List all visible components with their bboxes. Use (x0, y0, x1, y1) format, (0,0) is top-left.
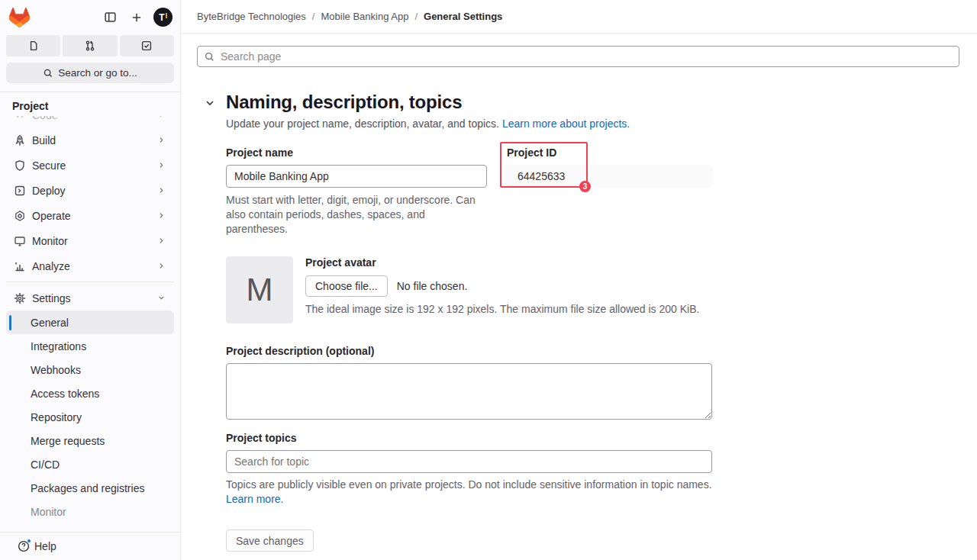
question-circle-icon (17, 539, 31, 553)
issues-button[interactable] (6, 35, 60, 56)
sidebar-item-build[interactable]: Build (6, 127, 174, 153)
project-topics-field: Project topics Topics are publicly visib… (226, 432, 959, 507)
sidebar-item-label: Build (32, 134, 56, 146)
sidebar-toggle-icon (104, 11, 117, 24)
sidebar-subitem-label: Merge requests (31, 435, 105, 447)
sidebar-item-operate[interactable]: Operate (6, 203, 174, 228)
sidebar: T Search or go to... Projec (0, 0, 181, 560)
merge-requests-button[interactable] (63, 35, 117, 56)
page-search-input[interactable] (197, 46, 959, 67)
project-id-field: Project ID 64425633 3 (504, 146, 713, 237)
breadcrumb-separator: / (312, 11, 315, 22)
sidebar-subitem-monitor[interactable]: Monitor (6, 500, 174, 523)
choose-file-button[interactable]: Choose file... (305, 275, 388, 297)
chevron-right-icon (156, 236, 166, 246)
create-new-button[interactable] (127, 8, 147, 27)
learn-more-topics-link[interactable]: Learn more. (226, 493, 283, 505)
chevron-right-icon (156, 185, 166, 195)
issues-icon (27, 40, 40, 52)
todos-button[interactable] (120, 35, 174, 56)
name-id-row: Project name Must start with letter, dig… (226, 146, 959, 237)
section-subtitle: Update your project name, description, a… (226, 117, 959, 131)
help-button[interactable]: Help (0, 532, 180, 560)
user-avatar[interactable]: T (153, 8, 173, 27)
gear-icon (14, 292, 26, 304)
project-id-value: 64425633 (504, 165, 713, 188)
project-description-field: Project description (optional) (226, 345, 959, 420)
collapse-section-button[interactable] (204, 97, 216, 109)
sidebar-item-settings[interactable]: Settings (6, 285, 174, 311)
avatar-initial: M (247, 272, 273, 308)
naming-section: Naming, description, topics Update your … (197, 92, 959, 552)
plus-icon (131, 11, 143, 24)
sidebar-subitem-packages[interactable]: Packages and registries (6, 476, 174, 500)
search-icon (43, 68, 53, 79)
sidebar-subitem-label: Packages and registries (31, 482, 144, 494)
sidebar-toggle-button[interactable] (100, 8, 120, 27)
breadcrumb: ByteBridge Technologies / Mobile Banking… (181, 0, 977, 34)
chevron-right-icon (156, 116, 166, 120)
sidebar-item-analyze[interactable]: Analyze (6, 253, 174, 278)
sidebar-subitem-cicd[interactable]: CI/CD (6, 452, 174, 476)
project-name-input[interactable] (226, 165, 487, 188)
sidebar-item-deploy[interactable]: Deploy (6, 178, 174, 203)
save-changes-button[interactable]: Save changes (226, 529, 314, 552)
sidebar-subitem-label: Access tokens (31, 388, 99, 400)
merge-requests-icon (84, 40, 96, 52)
chevron-right-icon (156, 211, 166, 220)
topics-help: Topics are publicly visible even on priv… (226, 478, 730, 507)
sidebar-item-label: Code (32, 116, 57, 121)
sidebar-header: T (0, 0, 180, 34)
pinned-shortcuts (6, 35, 174, 56)
avatar-help: The ideal image size is 192 x 192 pixels… (305, 302, 699, 317)
project-description-label: Project description (optional) (226, 345, 374, 357)
main-content: ByteBridge Technologies / Mobile Banking… (181, 0, 977, 560)
search-label: Search or go to... (58, 67, 137, 79)
project-description-input[interactable] (226, 363, 712, 420)
sidebar-item-label: Secure (32, 159, 66, 172)
project-avatar: M (226, 256, 293, 323)
notification-dot (27, 539, 31, 543)
sidebar-section-title: Project (0, 92, 180, 116)
chevron-right-icon (156, 261, 166, 271)
help-label: Help (34, 540, 56, 552)
avatar-controls: Project avatar Choose file... No file ch… (305, 256, 699, 323)
breadcrumb-current-page: General Settings (424, 11, 502, 22)
learn-more-projects-link[interactable]: Learn more about projects. (502, 117, 630, 130)
gitlab-logo-icon[interactable] (9, 8, 30, 27)
divider (6, 282, 174, 282)
sidebar-item-label: Monitor (32, 235, 68, 247)
sidebar-item-label: Analyze (32, 260, 70, 272)
sidebar-subitem-integrations[interactable]: Integrations (6, 334, 174, 358)
sidebar-subitem-label: Webhooks (31, 364, 81, 376)
operate-icon (14, 210, 26, 222)
search-or-go-to-button[interactable]: Search or go to... (6, 63, 174, 83)
project-name-field: Project name Must start with letter, dig… (226, 146, 487, 237)
sidebar-item-label: Operate (32, 210, 71, 222)
sidebar-item-secure[interactable]: Secure (6, 153, 174, 178)
sidebar-subitem-merge-requests[interactable]: Merge requests (6, 429, 174, 452)
project-name-help: Must start with letter, digit, emoji, or… (226, 193, 487, 237)
sidebar-subitem-general[interactable]: General (6, 311, 174, 334)
project-id-label: Project ID (504, 146, 713, 159)
chevron-right-icon (156, 135, 166, 145)
breadcrumb-project-link[interactable]: Mobile Banking App (321, 11, 408, 22)
sidebar-subitem-webhooks[interactable]: Webhooks (6, 358, 174, 381)
project-avatar-label: Project avatar (305, 256, 699, 269)
project-topics-input[interactable] (226, 450, 712, 473)
sidebar-subitem-access-tokens[interactable]: Access tokens (6, 381, 174, 405)
chevron-down-icon (156, 293, 166, 303)
breadcrumb-group-link[interactable]: ByteBridge Technologies (197, 11, 306, 22)
sidebar-item-monitor[interactable]: Monitor (6, 228, 174, 253)
avatar-accent (166, 13, 167, 18)
sidebar-item-code[interactable]: Code (6, 116, 174, 127)
project-topics-label: Project topics (226, 432, 297, 444)
active-indicator (9, 315, 11, 330)
shield-icon (14, 159, 26, 172)
sidebar-item-label: Settings (32, 292, 71, 304)
chevron-right-icon (156, 160, 166, 170)
page-search (197, 46, 959, 67)
sidebar-subitem-repository[interactable]: Repository (6, 405, 174, 429)
breadcrumb-separator: / (414, 11, 418, 22)
code-icon (14, 116, 26, 121)
